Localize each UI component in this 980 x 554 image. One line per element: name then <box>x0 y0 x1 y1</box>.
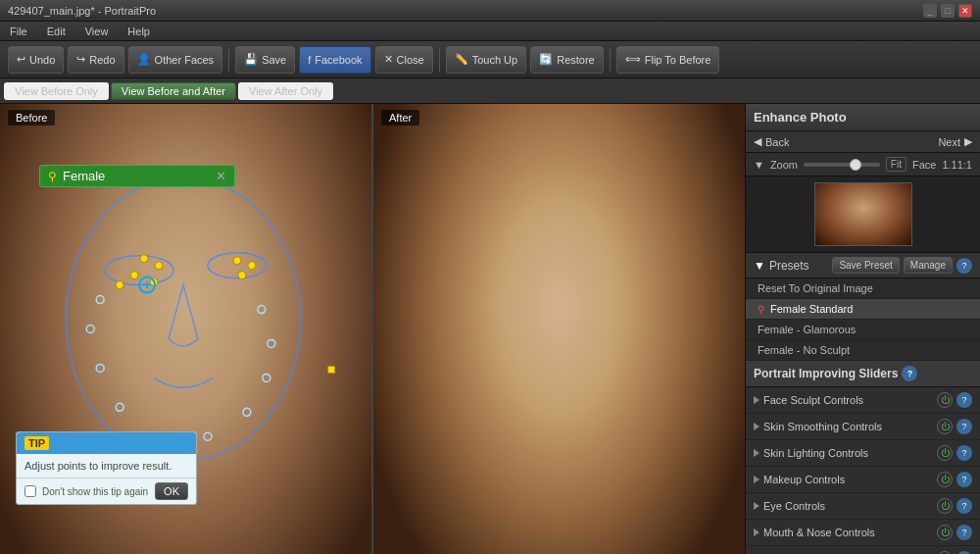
menu-file[interactable]: File <box>6 24 31 39</box>
save-icon: 💾 <box>244 53 258 66</box>
close-button[interactable]: ✕ Close <box>375 46 433 74</box>
back-icon: ◀ <box>754 135 761 148</box>
female-tag-icon: ⚲ <box>48 170 57 183</box>
save-preset-button[interactable]: Save Preset <box>832 257 899 274</box>
zoom-value: 1.11:1 <box>942 159 972 171</box>
back-button[interactable]: ◀ Back <box>746 131 863 152</box>
slider-eye[interactable]: Eye Controls ⏻ ? <box>746 493 980 520</box>
before-panel: Before ⚲ Female ✕ <box>0 104 373 554</box>
flip-button[interactable]: ⟺ Flip To Before <box>616 46 720 74</box>
slider-power-button[interactable]: ⏻ <box>937 392 953 408</box>
slider-skin-smoothing-label: Skin Smoothing Controls <box>763 421 933 432</box>
zoom-arrow: ▼ <box>754 159 764 171</box>
female-tag-close-button[interactable]: ✕ <box>216 169 226 183</box>
view-toggle-bar: View Before Only View Before and After V… <box>0 78 980 104</box>
redo-button[interactable]: ↪ Redo <box>68 46 123 74</box>
menu-view[interactable]: View <box>81 24 113 39</box>
svg-point-3 <box>116 281 123 289</box>
slider-arrow-icon <box>754 529 760 536</box>
preset-item-reset[interactable]: Reset To Original Image <box>746 278 980 299</box>
zoom-fit-button[interactable]: Fit <box>886 157 906 172</box>
presets-arrow: ▼ <box>754 259 765 273</box>
slider-makeup-label: Makeup Controls <box>763 474 933 485</box>
right-panel: Enhance Photo ◀ Back Next ▶ ▼ Zoom Fit F… <box>745 104 980 554</box>
save-button[interactable]: 💾 Save <box>235 46 295 74</box>
undo-button[interactable]: ↩ Undo <box>8 46 64 74</box>
tip-body: Adjust points to improve result. <box>17 454 196 478</box>
slider-skin-lighting-label: Skin Lighting Controls <box>763 447 933 459</box>
undo-icon: ↩ <box>17 53 25 66</box>
thumbnail-area <box>746 176 980 253</box>
minimize-button[interactable]: _ <box>923 4 937 18</box>
enhance-photo-header: Enhance Photo <box>746 104 980 131</box>
tip-ok-button[interactable]: OK <box>155 482 188 500</box>
zoom-thumb[interactable] <box>850 159 861 171</box>
slider-face-sculpt[interactable]: Face Sculpt Controls ⏻ ? <box>746 387 980 414</box>
separator3 <box>610 48 611 72</box>
other-faces-button[interactable]: 👤 Other Faces <box>128 46 223 74</box>
svg-point-10 <box>238 272 246 279</box>
svg-point-5 <box>140 255 148 263</box>
svg-point-7 <box>150 278 158 286</box>
slider-help-button[interactable]: ? <box>956 392 972 408</box>
other-faces-icon: 👤 <box>137 53 151 66</box>
redo-icon: ↪ <box>76 53 85 66</box>
preset-female-standard-label: Female Standard <box>770 303 853 315</box>
slider-power-button[interactable]: ⏻ <box>937 498 953 514</box>
touch-up-button[interactable]: ✏️ Touch Up <box>446 46 526 74</box>
before-label: Before <box>8 110 55 126</box>
restore-icon: 🔄 <box>539 53 553 66</box>
slider-power-button[interactable]: ⏻ <box>937 445 953 461</box>
preset-item-glamorous[interactable]: Female - Glamorous <box>746 320 980 340</box>
close-window-button[interactable]: ✕ <box>958 4 972 18</box>
after-image[interactable] <box>373 104 745 554</box>
main-layout: Before ⚲ Female ✕ <box>0 104 980 554</box>
zoom-face-label: Face <box>912 159 936 171</box>
restore-button[interactable]: 🔄 Restore <box>530 46 604 74</box>
slider-help-button[interactable]: ? <box>956 498 972 514</box>
nav-buttons: ◀ Back Next ▶ <box>746 131 980 153</box>
touch-up-icon: ✏️ <box>455 53 468 66</box>
zoom-slider[interactable] <box>804 163 880 167</box>
tip-checkbox[interactable] <box>24 485 36 497</box>
svg-point-20 <box>204 432 212 440</box>
slider-help-button[interactable]: ? <box>956 445 972 461</box>
zoom-bar: ▼ Zoom Fit Face 1.11:1 <box>746 153 980 176</box>
slider-help-button[interactable]: ? <box>956 472 972 487</box>
preset-reset-label: Reset To Original Image <box>758 282 873 294</box>
view-after-only-button[interactable]: View After Only <box>238 82 333 100</box>
presets-help-icon[interactable]: ? <box>956 258 972 274</box>
flip-icon: ⟺ <box>625 53 641 66</box>
slider-power-button[interactable]: ⏻ <box>937 419 953 434</box>
preset-glamorous-label: Female - Glamorous <box>758 324 856 335</box>
slider-help-button[interactable]: ? <box>956 419 972 434</box>
manage-button[interactable]: Manage <box>904 257 953 274</box>
preset-item-female-standard[interactable]: ⚲ Female Standard <box>746 299 980 320</box>
menu-edit[interactable]: Edit <box>43 24 70 39</box>
slider-mouth-nose[interactable]: Mouth & Nose Controls ⏻ ? <box>746 520 980 546</box>
facebook-button[interactable]: f Facebook <box>299 46 370 74</box>
after-label: After <box>381 110 419 126</box>
face-thumbnail <box>814 182 912 246</box>
slider-skin-smoothing[interactable]: Skin Smoothing Controls ⏻ ? <box>746 414 980 440</box>
before-image[interactable]: ⚲ Female ✕ <box>0 104 371 554</box>
slider-power-button[interactable]: ⏻ <box>937 525 953 540</box>
view-before-only-button[interactable]: View Before Only <box>4 82 109 100</box>
view-before-after-button[interactable]: View Before and After <box>111 82 236 100</box>
slider-makeup[interactable]: Makeup Controls ⏻ ? <box>746 467 980 493</box>
svg-point-8 <box>233 257 241 265</box>
svg-point-6 <box>130 272 138 279</box>
preset-item-no-sculpt[interactable]: Female - No Sculpt <box>746 340 980 361</box>
slider-hair[interactable]: Hair Controls ⏻ ? <box>746 546 980 554</box>
maximize-button[interactable]: □ <box>941 4 955 18</box>
svg-point-22 <box>263 374 270 381</box>
sliders-help-icon[interactable]: ? <box>902 366 917 381</box>
sliders-title: Portrait Improving Sliders <box>754 367 898 380</box>
tip-header: TIP <box>17 432 196 454</box>
svg-point-24 <box>258 306 266 314</box>
slider-skin-lighting[interactable]: Skin Lighting Controls ⏻ ? <box>746 440 980 467</box>
next-button[interactable]: Next ▶ <box>863 131 981 152</box>
slider-help-button[interactable]: ? <box>956 525 972 540</box>
slider-power-button[interactable]: ⏻ <box>937 472 953 487</box>
menu-help[interactable]: Help <box>123 24 154 39</box>
